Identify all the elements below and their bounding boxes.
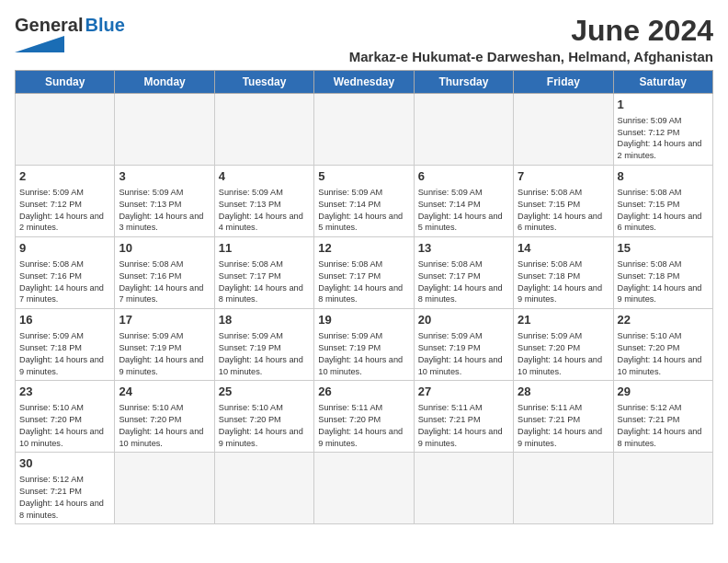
logo: General Blue bbox=[15, 15, 125, 52]
calendar-week-row: 23Sunrise: 5:10 AMSunset: 7:20 PMDayligh… bbox=[16, 381, 713, 453]
col-friday: Friday bbox=[514, 71, 613, 94]
day-number: 2 bbox=[19, 168, 110, 185]
table-row: 10Sunrise: 5:08 AMSunset: 7:16 PMDayligh… bbox=[115, 237, 214, 309]
table-row: 9Sunrise: 5:08 AMSunset: 7:16 PMDaylight… bbox=[16, 237, 115, 309]
day-number: 21 bbox=[518, 312, 609, 328]
day-info: Sunrise: 5:08 AMSunset: 7:16 PMDaylight:… bbox=[119, 259, 210, 306]
day-info: Sunrise: 5:09 AMSunset: 7:14 PMDaylight:… bbox=[318, 187, 409, 235]
day-info: Sunrise: 5:08 AMSunset: 7:16 PMDaylight:… bbox=[19, 259, 110, 306]
table-row bbox=[314, 94, 414, 166]
day-number: 27 bbox=[418, 384, 509, 400]
main-title: June 2024 bbox=[349, 15, 713, 47]
title-block: June 2024 Markaz-e Hukumat-e Darweshan, … bbox=[349, 15, 713, 64]
day-number: 22 bbox=[618, 312, 709, 328]
table-row: 4Sunrise: 5:09 AMSunset: 7:13 PMDaylight… bbox=[214, 166, 313, 237]
day-info: Sunrise: 5:08 AMSunset: 7:17 PMDaylight:… bbox=[418, 259, 509, 306]
day-info: Sunrise: 5:09 AMSunset: 7:14 PMDaylight:… bbox=[418, 187, 509, 235]
day-number: 17 bbox=[119, 312, 210, 328]
day-number: 30 bbox=[19, 455, 110, 472]
day-number: 3 bbox=[119, 168, 210, 185]
table-row: 18Sunrise: 5:09 AMSunset: 7:19 PMDayligh… bbox=[214, 309, 313, 381]
table-row: 12Sunrise: 5:08 AMSunset: 7:17 PMDayligh… bbox=[314, 237, 414, 309]
day-number: 1 bbox=[618, 97, 709, 113]
day-number: 16 bbox=[19, 312, 110, 328]
day-info: Sunrise: 5:09 AMSunset: 7:19 PMDaylight:… bbox=[119, 330, 210, 378]
day-number: 23 bbox=[19, 384, 110, 400]
table-row bbox=[115, 453, 214, 524]
day-info: Sunrise: 5:09 AMSunset: 7:13 PMDaylight:… bbox=[119, 187, 210, 235]
table-row: 16Sunrise: 5:09 AMSunset: 7:18 PMDayligh… bbox=[16, 309, 115, 381]
day-info: Sunrise: 5:09 AMSunset: 7:19 PMDaylight:… bbox=[219, 330, 310, 378]
svg-marker-0 bbox=[15, 36, 64, 52]
day-info: Sunrise: 5:12 AMSunset: 7:21 PMDaylight:… bbox=[19, 474, 110, 522]
day-info: Sunrise: 5:11 AMSunset: 7:21 PMDaylight:… bbox=[518, 402, 609, 450]
table-row: 17Sunrise: 5:09 AMSunset: 7:19 PMDayligh… bbox=[115, 309, 214, 381]
table-row bbox=[514, 453, 613, 524]
table-row: 24Sunrise: 5:10 AMSunset: 7:20 PMDayligh… bbox=[115, 381, 214, 453]
table-row: 29Sunrise: 5:12 AMSunset: 7:21 PMDayligh… bbox=[613, 381, 712, 453]
calendar-week-row: 30Sunrise: 5:12 AMSunset: 7:21 PMDayligh… bbox=[16, 453, 713, 524]
table-row bbox=[214, 453, 313, 524]
day-number: 14 bbox=[518, 240, 609, 257]
day-number: 20 bbox=[418, 312, 509, 328]
day-number: 29 bbox=[618, 384, 709, 400]
table-row bbox=[514, 94, 613, 166]
calendar-header-row: Sunday Monday Tuesday Wednesday Thursday… bbox=[16, 71, 713, 94]
table-row bbox=[214, 94, 313, 166]
table-row: 1Sunrise: 5:09 AMSunset: 7:12 PMDaylight… bbox=[613, 94, 712, 166]
day-info: Sunrise: 5:12 AMSunset: 7:21 PMDaylight:… bbox=[618, 402, 709, 450]
day-info: Sunrise: 5:09 AMSunset: 7:12 PMDaylight:… bbox=[19, 187, 110, 235]
col-tuesday: Tuesday bbox=[214, 71, 313, 94]
calendar-week-row: 9Sunrise: 5:08 AMSunset: 7:16 PMDaylight… bbox=[16, 237, 713, 309]
col-thursday: Thursday bbox=[414, 71, 513, 94]
table-row: 7Sunrise: 5:08 AMSunset: 7:15 PMDaylight… bbox=[514, 166, 613, 237]
day-info: Sunrise: 5:11 AMSunset: 7:20 PMDaylight:… bbox=[318, 402, 409, 450]
day-info: Sunrise: 5:10 AMSunset: 7:20 PMDaylight:… bbox=[219, 402, 310, 450]
day-info: Sunrise: 5:09 AMSunset: 7:20 PMDaylight:… bbox=[518, 330, 609, 378]
day-number: 12 bbox=[318, 240, 409, 257]
day-info: Sunrise: 5:08 AMSunset: 7:15 PMDaylight:… bbox=[618, 187, 709, 235]
table-row bbox=[16, 94, 115, 166]
table-row: 3Sunrise: 5:09 AMSunset: 7:13 PMDaylight… bbox=[115, 166, 214, 237]
page-header: General Blue June 2024 Markaz-e Hukumat-… bbox=[15, 15, 713, 64]
table-row: 15Sunrise: 5:08 AMSunset: 7:18 PMDayligh… bbox=[613, 237, 712, 309]
day-info: Sunrise: 5:08 AMSunset: 7:18 PMDaylight:… bbox=[618, 259, 709, 306]
day-number: 18 bbox=[219, 312, 310, 328]
day-number: 7 bbox=[518, 168, 609, 185]
day-info: Sunrise: 5:09 AMSunset: 7:19 PMDaylight:… bbox=[318, 330, 409, 378]
calendar-week-row: 2Sunrise: 5:09 AMSunset: 7:12 PMDaylight… bbox=[16, 166, 713, 237]
table-row bbox=[115, 94, 214, 166]
col-monday: Monday bbox=[115, 71, 214, 94]
table-row: 5Sunrise: 5:09 AMSunset: 7:14 PMDaylight… bbox=[314, 166, 414, 237]
col-saturday: Saturday bbox=[613, 71, 712, 94]
calendar-table: Sunday Monday Tuesday Wednesday Thursday… bbox=[15, 70, 713, 524]
day-info: Sunrise: 5:09 AMSunset: 7:13 PMDaylight:… bbox=[219, 187, 310, 235]
day-info: Sunrise: 5:11 AMSunset: 7:21 PMDaylight:… bbox=[418, 402, 509, 450]
table-row bbox=[613, 453, 712, 524]
table-row bbox=[414, 453, 513, 524]
table-row: 14Sunrise: 5:08 AMSunset: 7:18 PMDayligh… bbox=[514, 237, 613, 309]
day-number: 5 bbox=[318, 168, 409, 185]
table-row: 6Sunrise: 5:09 AMSunset: 7:14 PMDaylight… bbox=[414, 166, 513, 237]
day-number: 6 bbox=[418, 168, 509, 185]
table-row: 11Sunrise: 5:08 AMSunset: 7:17 PMDayligh… bbox=[214, 237, 313, 309]
day-number: 13 bbox=[418, 240, 509, 257]
day-number: 26 bbox=[318, 384, 409, 400]
table-row: 25Sunrise: 5:10 AMSunset: 7:20 PMDayligh… bbox=[214, 381, 313, 453]
day-number: 10 bbox=[119, 240, 210, 257]
table-row bbox=[414, 94, 513, 166]
table-row bbox=[314, 453, 414, 524]
day-info: Sunrise: 5:09 AMSunset: 7:12 PMDaylight:… bbox=[618, 115, 709, 163]
logo-icon bbox=[15, 36, 64, 52]
table-row: 30Sunrise: 5:12 AMSunset: 7:21 PMDayligh… bbox=[16, 453, 115, 524]
day-info: Sunrise: 5:10 AMSunset: 7:20 PMDaylight:… bbox=[119, 402, 210, 450]
table-row: 27Sunrise: 5:11 AMSunset: 7:21 PMDayligh… bbox=[414, 381, 513, 453]
day-number: 15 bbox=[618, 240, 709, 257]
day-info: Sunrise: 5:08 AMSunset: 7:17 PMDaylight:… bbox=[219, 259, 310, 306]
table-row: 26Sunrise: 5:11 AMSunset: 7:20 PMDayligh… bbox=[314, 381, 414, 453]
logo-general-text: General bbox=[15, 15, 83, 36]
table-row: 23Sunrise: 5:10 AMSunset: 7:20 PMDayligh… bbox=[16, 381, 115, 453]
day-info: Sunrise: 5:09 AMSunset: 7:19 PMDaylight:… bbox=[418, 330, 509, 378]
day-number: 28 bbox=[518, 384, 609, 400]
day-number: 11 bbox=[219, 240, 310, 257]
